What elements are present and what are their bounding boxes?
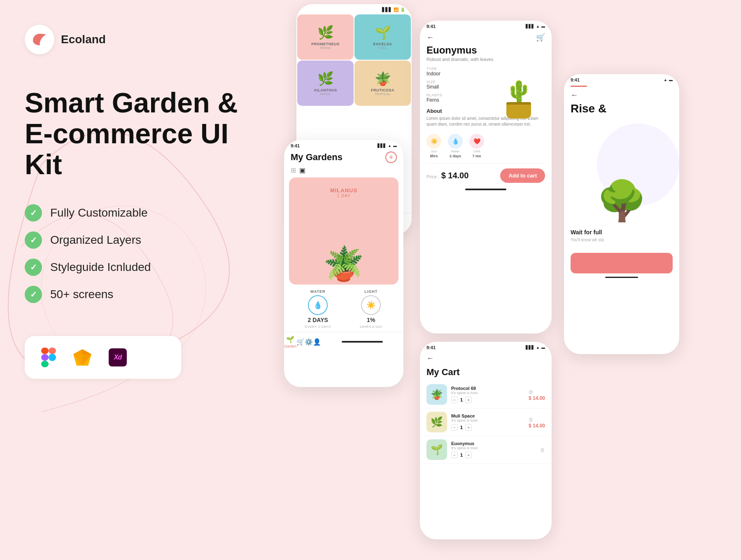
- nav-cart-2[interactable]: 🛒: [296, 338, 305, 346]
- feature-label-1: Fully Customizable: [50, 206, 148, 219]
- time-2: 9:41: [291, 143, 300, 148]
- water-care-value: 2 days: [450, 154, 461, 158]
- xd-icon: Xd: [109, 348, 127, 366]
- garden-plant-image: 🪴: [323, 247, 364, 280]
- feature-item-4: 50+ screens: [25, 286, 239, 303]
- list-view-btn[interactable]: ▣: [299, 166, 305, 174]
- back-arrow-3[interactable]: ←: [426, 33, 434, 42]
- phones-container: ▋▋▋ 📶 🔋 🌿 PROMETHEUS FERNS 🌱 EXCELSA FUN…: [247, 0, 741, 560]
- nav-settings-2[interactable]: ⚙️: [305, 338, 313, 346]
- gardens-title: My Gardens: [291, 152, 343, 163]
- plant-pot-3: 🌵: [506, 81, 532, 119]
- cart-item-info-3: Euonymus It's spine is toxic − 1 +: [451, 441, 536, 458]
- qty-minus-2[interactable]: −: [451, 424, 458, 431]
- care-icons: ☀️ Sun 8hrs 💧 Water 2 days ❤️ Lifeti 7 m…: [420, 131, 552, 161]
- cart-item-2: 🌿 Muli Space It's spine is toxic − 1 + 🗑…: [420, 408, 552, 436]
- add-to-cart-button[interactable]: Add to cart: [500, 168, 545, 183]
- check-icon-3: [25, 259, 42, 276]
- trash-icon-1[interactable]: 🗑: [529, 389, 534, 395]
- svg-rect-4: [41, 361, 49, 367]
- product-nav: ← 🛒: [420, 30, 552, 44]
- time-3: 9:41: [426, 24, 436, 29]
- price-label: Price :: [426, 174, 439, 179]
- cart-title: My Cart: [420, 365, 552, 381]
- sun-care: ☀️ Sun 8hrs: [426, 134, 441, 158]
- sun-icon: ☀️: [426, 134, 441, 149]
- qty-val-2: 1: [460, 425, 463, 430]
- nav-profile-2[interactable]: 👤: [313, 338, 321, 346]
- wait-section: Wait for full You'll know wh sta: [564, 222, 679, 250]
- home-indicator-2: [342, 341, 383, 343]
- feature-label-4: 50+ screens: [50, 288, 113, 301]
- wait-title: Wait for full: [571, 229, 673, 236]
- cart-icon-3[interactable]: 🛒: [536, 33, 545, 42]
- status-bar-3: 9:41 ▋▋▋ ▲ ▬: [420, 21, 552, 30]
- trash-icon-3[interactable]: 🗑: [540, 447, 545, 453]
- headline: Smart Garden & E-commerce UI Kit: [25, 87, 239, 180]
- cart-item-right-1: 🗑 $ 14.00: [529, 388, 545, 401]
- status-bar-5: 9:41 ▲ ▬: [564, 74, 679, 84]
- qty-plus-1[interactable]: +: [465, 397, 472, 403]
- qty-plus-3[interactable]: +: [465, 452, 472, 458]
- features-list: Fully Customizable Organized Layers Styl…: [25, 204, 239, 303]
- pink-cta-bar[interactable]: [571, 253, 673, 273]
- cat-sub-ailanthus: FERNS: [320, 93, 331, 96]
- home-indicator-3: [465, 189, 506, 190]
- water-circle: 💧: [308, 295, 328, 315]
- headline-line2: E-commerce UI Kit: [25, 118, 239, 180]
- qty-minus-3[interactable]: −: [451, 452, 458, 458]
- cat-fruticosa: 🪴 FRUTICOSA TROPICAL: [354, 61, 411, 106]
- cart-item-sub-2: It's spine is toxic: [451, 418, 524, 422]
- lifetime-label: Lifeti: [473, 149, 480, 153]
- feature-label-3: Styleguide Icnluded: [50, 261, 151, 274]
- water-value: 2 DAYS: [308, 317, 328, 323]
- status-bar-2: 9:41 ▋▋▋ ▲ ▬: [284, 140, 403, 150]
- check-icon-2: [25, 231, 42, 249]
- bottom-nav-2[interactable]: 🌱 Garden 🛒 ⚙️ 👤: [284, 332, 403, 350]
- back-arrow-5[interactable]: ←: [571, 91, 578, 100]
- tools-card: Xd: [25, 336, 181, 379]
- rise-plant-area: 🌳: [564, 115, 679, 222]
- garden-icon-2: 🌱: [286, 336, 294, 343]
- cat-ailanthus: 🌿 AILANTHUS FERNS: [297, 61, 354, 106]
- nav-garden-2[interactable]: 🌱 Garden: [284, 336, 296, 348]
- trash-icon-2[interactable]: 🗑: [529, 417, 534, 422]
- rise-nav: ←: [564, 89, 679, 102]
- qty-plus-2[interactable]: +: [465, 424, 472, 431]
- left-panel: Ecoland Smart Garden & E-commerce UI Kit…: [25, 25, 239, 379]
- feature-item-3: Styleguide Icnluded: [25, 259, 239, 276]
- back-arrow-4[interactable]: ←: [426, 354, 434, 363]
- svg-point-5: [49, 354, 56, 361]
- phone-cart: 9:41 ▋▋▋ ▲ ▬ ← My Cart 🪴 Protocol 69 It'…: [420, 342, 552, 539]
- light-circle: ☀️: [361, 295, 381, 315]
- cat-sub-excelsa: FUNG.: [377, 47, 387, 49]
- lifetime-value: 7 mo: [472, 154, 481, 158]
- cart-item-info-2: Muli Space It's spine is toxic − 1 +: [451, 413, 524, 431]
- view-toggle[interactable]: ⊞ ▣: [284, 166, 403, 177]
- profile-icon-2: 👤: [313, 338, 321, 346]
- water-care: 💧 Water 2 days: [448, 134, 463, 158]
- garden-card: MILANUS 1 DAY 🪴: [289, 177, 398, 285]
- svg-rect-1: [41, 348, 49, 354]
- logo-circle: [25, 25, 54, 54]
- garden-plant-sub: 1 DAY: [289, 194, 398, 198]
- cat-label-excelsa: EXCELSA: [373, 42, 392, 47]
- time-5: 9:41: [571, 77, 580, 82]
- heart-icon: ❤️: [469, 134, 484, 149]
- cart-icon-2: 🛒: [296, 338, 305, 346]
- product-image: 🌵: [490, 53, 548, 119]
- add-garden-button[interactable]: +: [385, 152, 397, 163]
- cat-sub-fruticosa: TROPICAL: [375, 93, 391, 96]
- status-bar-1: ▋▋▋ 📶 🔋: [296, 4, 412, 14]
- brand-logo: Ecoland: [25, 25, 239, 54]
- qty-minus-1[interactable]: −: [451, 397, 458, 403]
- cart-item-name-2: Muli Space: [451, 413, 524, 418]
- feature-label-2: Organized Layers: [50, 233, 141, 247]
- cart-item-right-2: 🗑 $ 14.00: [529, 415, 545, 429]
- grid-view-btn[interactable]: ⊞: [291, 166, 296, 174]
- cat-label-prometheus: PROMETHEUS: [311, 42, 340, 47]
- cart-nav: ←: [420, 352, 552, 365]
- product-details-area: Type Indoor Size Small Plants Ferns 🌵: [420, 65, 552, 105]
- figma-icon: [41, 348, 56, 367]
- light-freq: 18HRS A DAY: [359, 325, 382, 329]
